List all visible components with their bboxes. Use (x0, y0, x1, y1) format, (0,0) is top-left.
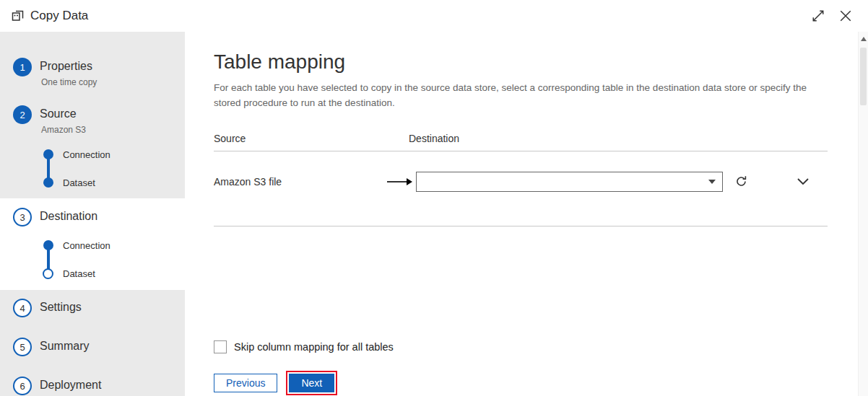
sidebar-item-source-dataset[interactable]: Dataset (63, 177, 95, 188)
vertical-scrollbar[interactable] (858, 32, 868, 396)
sidebar-item-settings[interactable]: Settings (40, 301, 82, 314)
source-table-label: Amazon S3 file (214, 176, 387, 188)
expand-icon[interactable] (812, 9, 825, 22)
titlebar: Copy Data (0, 0, 868, 32)
scroll-up-icon[interactable] (861, 37, 867, 41)
scrollbar-thumb[interactable] (860, 48, 867, 105)
page-title: Table mapping (214, 50, 858, 74)
step-number-destination: 3 (13, 208, 32, 226)
destination-table-dropdown[interactable] (416, 172, 723, 192)
sidebar-item-destination-connection[interactable]: Connection (63, 240, 110, 251)
close-icon[interactable] (839, 9, 852, 22)
main-panel: Table mapping For each table you have se… (185, 32, 858, 396)
next-button[interactable]: Next (289, 374, 334, 392)
copy-data-icon (12, 9, 25, 25)
page-description: For each table you have selected to copy… (214, 81, 829, 111)
step-number-settings: 4 (13, 299, 32, 317)
destination-column-header: Destination (409, 133, 459, 144)
table-mapping-row: Amazon S3 file (214, 151, 828, 226)
wizard-steps-sidebar: 1 Properties One time copy 2 Source Amaz… (0, 32, 185, 396)
step-number-source: 2 (13, 105, 32, 124)
sidebar-item-source-sublabel: Amazon S3 (41, 125, 86, 135)
sidebar-item-destination-dataset[interactable]: Dataset (63, 268, 95, 279)
skip-column-mapping-checkbox[interactable] (214, 340, 227, 353)
previous-button[interactable]: Previous (214, 374, 277, 392)
sidebar-item-properties[interactable]: Properties (40, 60, 92, 73)
sidebar-item-destination[interactable]: Destination (40, 210, 97, 223)
dialog-title: Copy Data (30, 9, 88, 23)
sidebar-item-summary[interactable]: Summary (40, 340, 89, 353)
chevron-down-icon[interactable] (797, 178, 809, 185)
next-button-annotation-box: Next (286, 371, 337, 395)
skip-column-mapping-label: Skip column mapping for all tables (234, 341, 394, 353)
source-connection-dot (43, 149, 53, 159)
step-number-properties: 1 (13, 58, 32, 76)
wizard-buttons: Previous Next (214, 371, 858, 395)
right-arrow-icon (387, 177, 413, 186)
step-number-deployment: 6 (13, 377, 32, 395)
source-dataset-dot (43, 177, 53, 188)
sidebar-item-deployment[interactable]: Deployment (40, 379, 101, 392)
sidebar-item-properties-sublabel: One time copy (41, 77, 97, 87)
refresh-icon[interactable] (734, 175, 748, 188)
destination-dataset-dot (43, 268, 53, 279)
mapping-column-headers: Source Destination (214, 133, 828, 151)
skip-column-mapping-row: Skip column mapping for all tables (214, 340, 858, 353)
copy-data-wizard-dialog: Copy Data 1 Properties One time copy 2 S… (0, 0, 868, 396)
source-column-header: Source (214, 133, 409, 144)
caret-down-icon (708, 180, 716, 184)
destination-connection-dot (43, 240, 53, 250)
step-number-summary: 5 (13, 338, 32, 356)
sidebar-item-source-connection[interactable]: Connection (63, 149, 110, 160)
sidebar-item-source[interactable]: Source (40, 107, 77, 120)
